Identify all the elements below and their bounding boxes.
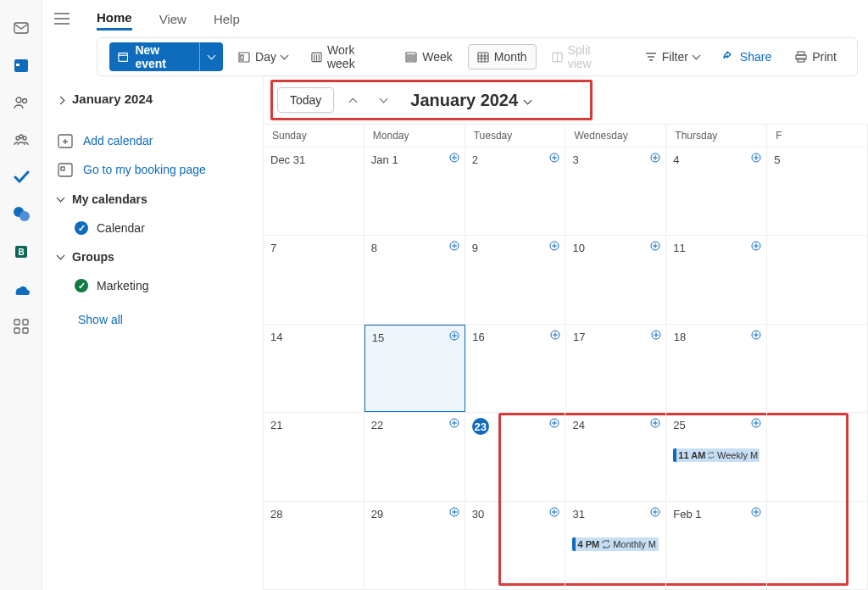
day-cell[interactable]	[767, 325, 868, 412]
work-week-button[interactable]: Work week	[303, 38, 390, 75]
day-cell[interactable]: 30	[465, 502, 566, 589]
day-cell[interactable]: 17	[566, 325, 667, 412]
left-app-rail: B	[0, 0, 42, 590]
my-calendars-group[interactable]: My calendars	[54, 184, 251, 214]
add-event-icon[interactable]	[449, 418, 459, 428]
day-number: 29	[371, 508, 383, 520]
add-event-icon[interactable]	[751, 153, 761, 163]
day-cell[interactable]: 4	[666, 148, 767, 235]
day-number: 22	[371, 419, 383, 431]
day-cell[interactable]: 18	[667, 325, 768, 412]
todo-icon[interactable]	[12, 168, 31, 186]
add-event-icon[interactable]	[650, 418, 660, 428]
tab-home[interactable]: Home	[97, 7, 132, 31]
day-cell[interactable]: 2511 AMWeekly M	[666, 413, 767, 500]
print-button[interactable]: Print	[787, 45, 845, 69]
day-cell[interactable]	[767, 413, 868, 500]
day-cell[interactable]: 314 PMMonthly M	[565, 502, 666, 589]
groups-icon[interactable]	[12, 131, 31, 149]
day-cell[interactable]: 8	[364, 236, 465, 323]
add-event-icon[interactable]	[751, 241, 761, 251]
add-event-icon[interactable]	[449, 241, 459, 251]
show-all-link[interactable]: Show all	[54, 299, 251, 326]
week-button[interactable]: Week	[397, 45, 461, 69]
day-cell[interactable]: 23	[465, 413, 566, 500]
add-event-icon[interactable]	[449, 331, 459, 341]
share-button[interactable]: Share	[715, 45, 780, 69]
day-cell[interactable]: 7	[264, 236, 364, 323]
day-number: 3	[572, 153, 578, 166]
people-icon[interactable]	[12, 93, 31, 112]
add-event-icon[interactable]	[751, 330, 761, 340]
day-header: F	[767, 125, 868, 147]
day-number: Jan 1	[371, 153, 398, 166]
add-event-icon[interactable]	[650, 241, 660, 251]
add-event-icon[interactable]	[650, 153, 660, 163]
filter-button[interactable]: Filter	[637, 45, 708, 69]
new-event-dropdown[interactable]	[199, 42, 223, 71]
month-button[interactable]: Month	[468, 44, 537, 70]
day-cell[interactable]	[767, 502, 868, 589]
tab-view[interactable]: View	[159, 8, 186, 30]
day-cell[interactable]: 22	[364, 413, 465, 500]
day-cell[interactable]: 15	[364, 325, 466, 412]
add-event-icon[interactable]	[549, 418, 559, 428]
org-icon[interactable]	[12, 205, 31, 224]
sidebar-month-picker[interactable]: January 2024	[54, 92, 251, 106]
day-cell[interactable]: 29	[364, 502, 465, 589]
day-cell[interactable]: 11	[666, 236, 767, 323]
add-event-icon[interactable]	[651, 330, 661, 340]
add-event-icon[interactable]	[751, 418, 761, 428]
day-cell[interactable]: 28	[264, 502, 364, 589]
svg-rect-0	[14, 23, 28, 33]
add-event-icon[interactable]	[549, 507, 559, 517]
add-calendar-link[interactable]: Add calendar	[54, 126, 251, 155]
today-button[interactable]: Today	[277, 87, 334, 113]
day-cell[interactable]: 24	[565, 413, 666, 500]
mail-icon[interactable]	[12, 19, 31, 37]
tab-help[interactable]: Help	[214, 8, 240, 30]
calendar-event[interactable]: 4 PMMonthly M	[572, 537, 659, 551]
day-cell[interactable]: 2	[465, 148, 566, 235]
add-event-icon[interactable]	[550, 330, 560, 340]
add-event-icon[interactable]	[650, 507, 660, 517]
day-cell[interactable]: 21	[264, 413, 364, 500]
new-event-button[interactable]: New event	[109, 42, 223, 71]
day-cell[interactable]: 14	[264, 325, 364, 412]
svg-point-3	[16, 97, 21, 103]
day-cell[interactable]	[767, 236, 868, 323]
onedrive-icon[interactable]	[12, 280, 31, 298]
month-title[interactable]: January 2024	[410, 91, 531, 110]
calendar-event[interactable]: 11 AMWeekly M	[673, 448, 760, 462]
day-cell[interactable]: 10	[565, 236, 666, 323]
next-month-button[interactable]	[371, 88, 395, 112]
add-event-icon[interactable]	[751, 507, 761, 517]
day-cell[interactable]: Jan 1	[364, 148, 465, 235]
apps-icon[interactable]	[12, 317, 31, 336]
day-cell[interactable]: 16	[465, 325, 566, 412]
week-row: 7891011	[264, 236, 868, 324]
calendar-item[interactable]: ✓Calendar	[54, 214, 251, 242]
booking-page-link[interactable]: Go to my booking page	[54, 155, 251, 184]
add-event-icon[interactable]	[449, 507, 459, 517]
calendar-icon[interactable]	[12, 56, 31, 75]
day-cell[interactable]: Feb 1	[666, 502, 767, 589]
split-view-button[interactable]: Split view	[543, 38, 623, 75]
day-cell[interactable]: 3	[565, 148, 666, 235]
day-number: 11	[673, 242, 685, 254]
add-event-icon[interactable]	[449, 153, 459, 163]
day-cell[interactable]: 9	[465, 236, 566, 323]
add-event-icon[interactable]	[549, 241, 559, 251]
svg-rect-15	[23, 328, 28, 333]
marketing-calendar-item[interactable]: ✓Marketing	[54, 272, 251, 299]
day-number: 4	[673, 153, 679, 166]
day-view-button[interactable]: Day	[230, 45, 296, 69]
add-event-icon[interactable]	[549, 153, 559, 163]
groups-section[interactable]: Groups	[54, 242, 251, 272]
day-cell[interactable]: 5	[767, 148, 868, 235]
svg-rect-13	[23, 320, 28, 325]
hamburger-icon[interactable]	[54, 13, 70, 25]
day-cell[interactable]: Dec 31	[264, 148, 364, 235]
bookings-icon[interactable]: B	[12, 242, 31, 261]
prev-month-button[interactable]	[341, 88, 364, 112]
